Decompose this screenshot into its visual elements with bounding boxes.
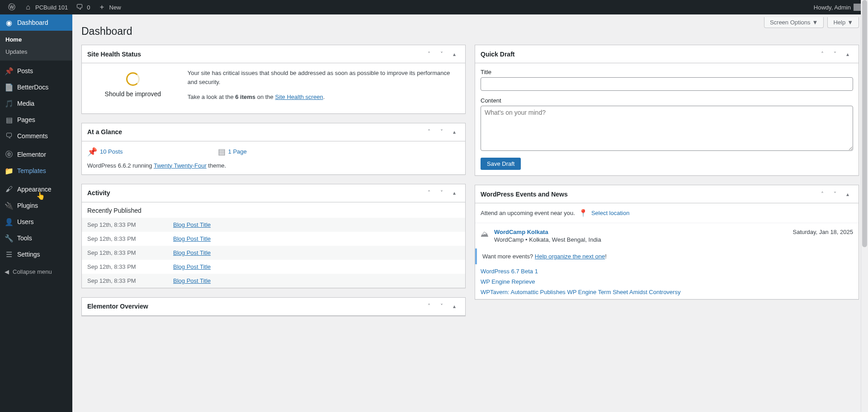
docs-icon: 📄: [5, 83, 14, 92]
glance-posts-link[interactable]: 10 Posts: [100, 148, 123, 155]
menu-settings[interactable]: ☰Settings: [0, 246, 72, 262]
activity-post-link[interactable]: Blog Post Title: [173, 277, 211, 284]
elementor-overview-title: Elementor Overview: [87, 303, 148, 310]
activity-section: Recently Published: [82, 207, 465, 218]
move-up-icon[interactable]: ˄: [424, 126, 434, 137]
submenu-updates[interactable]: Updates: [0, 46, 72, 58]
toggle-icon[interactable]: ▴: [449, 126, 460, 137]
admin-bar: ⓦ ⌂PCBuild 101 🗨0 +New Howdy, Admin: [0, 0, 868, 14]
plus-icon: +: [98, 3, 107, 12]
collapse-icon: ◀: [5, 268, 9, 275]
help-button[interactable]: Help▼: [827, 17, 859, 28]
qd-content-textarea[interactable]: [481, 106, 853, 151]
comment-icon: 🗨: [5, 131, 14, 140]
move-up-icon[interactable]: ˄: [817, 189, 828, 200]
comments-link[interactable]: 🗨0: [71, 0, 94, 14]
glance-pages-link[interactable]: 1 Page: [228, 148, 247, 155]
menu-appearance[interactable]: 🖌Appearance: [0, 181, 72, 197]
menu-betterdocs[interactable]: 📄BetterDocs: [0, 79, 72, 95]
move-up-icon[interactable]: ˄: [424, 49, 434, 60]
site-link[interactable]: ⌂PCBuild 101: [20, 0, 71, 14]
folder-icon: 📁: [5, 166, 14, 175]
health-status-label: Should be improved: [87, 90, 179, 98]
move-down-icon[interactable]: ˅: [830, 49, 840, 60]
activity-date: Sep 12th, 8:33 PM: [87, 249, 173, 256]
page-icon: ▤: [5, 115, 14, 124]
news-link[interactable]: WordPress 6.7 Beta 1: [481, 268, 538, 275]
submenu-home[interactable]: Home: [0, 33, 72, 46]
activity-post-link[interactable]: Blog Post Title: [173, 249, 211, 256]
activity-date: Sep 12th, 8:33 PM: [87, 221, 173, 228]
toggle-icon[interactable]: ▴: [449, 301, 460, 312]
activity-row: Sep 12th, 8:33 PMBlog Post Title: [82, 218, 465, 232]
event-name-link[interactable]: WordCamp Kolkata: [494, 229, 548, 235]
move-up-icon[interactable]: ˄: [424, 301, 434, 312]
menu-comments[interactable]: 🗨Comments: [0, 128, 72, 144]
activity-post-link[interactable]: Blog Post Title: [173, 235, 211, 242]
screen-options-button[interactable]: Screen Options▼: [764, 17, 824, 28]
activity-date: Sep 12th, 8:33 PM: [87, 263, 173, 270]
activity-row: Sep 12th, 8:33 PMBlog Post Title: [82, 232, 465, 246]
wrench-icon: 🔧: [5, 234, 14, 243]
attend-text: Attend an upcoming event near you.: [481, 210, 575, 216]
home-icon: ⌂: [24, 3, 33, 12]
new-label: New: [109, 4, 121, 11]
activity-row: Sep 12th, 8:33 PMBlog Post Title: [82, 246, 465, 260]
news-link[interactable]: WPTavern: Automattic Publishes WP Engine…: [481, 289, 680, 295]
move-down-icon[interactable]: ˅: [830, 189, 840, 200]
menu-media[interactable]: 🎵Media: [0, 95, 72, 112]
glance-title: At a Glance: [87, 128, 122, 136]
activity-post-link[interactable]: Blog Post Title: [173, 221, 211, 228]
save-draft-button[interactable]: Save Draft: [481, 158, 521, 170]
wordpress-logo[interactable]: ⓦ: [4, 0, 20, 14]
qd-content-label: Content: [481, 97, 853, 104]
pin-icon: 📌: [5, 66, 14, 75]
menu-templates[interactable]: 📁Templates: [0, 163, 72, 179]
move-up-icon[interactable]: ˄: [817, 49, 828, 60]
site-health-link[interactable]: Site Health screen: [275, 94, 323, 100]
move-up-icon[interactable]: ˄: [424, 187, 434, 198]
collapse-menu[interactable]: ◀Collapse menu: [0, 265, 72, 279]
menu-posts[interactable]: 📌Posts: [0, 63, 72, 79]
events-box: WordPress Events and News ˄ ˅ ▴ Attend a…: [475, 185, 859, 300]
glance-footer: WordPress 6.6.2 running Twenty Twenty-Fo…: [87, 162, 460, 169]
toggle-icon[interactable]: ▴: [449, 187, 460, 198]
event-location: WordCamp • Kolkata, West Bengal, India: [494, 236, 601, 243]
toggle-icon[interactable]: ▴: [842, 49, 853, 60]
toggle-icon[interactable]: ▴: [842, 189, 853, 200]
activity-post-link[interactable]: Blog Post Title: [173, 263, 211, 270]
wordpress-icon: ⓦ: [7, 3, 16, 12]
theme-link[interactable]: Twenty Twenty-Four: [154, 162, 207, 169]
quick-draft-box: Quick Draft ˄ ˅ ▴ Title Content Save Dra…: [475, 45, 859, 176]
activity-box: Activity ˄ ˅ ▴ Recently Published Sep 12…: [81, 184, 466, 288]
menu-tools[interactable]: 🔧Tools: [0, 230, 72, 246]
menu-users[interactable]: 👤Users: [0, 214, 72, 230]
move-down-icon[interactable]: ˅: [436, 301, 447, 312]
move-down-icon[interactable]: ˅: [436, 126, 447, 137]
menu-dashboard[interactable]: ◉Dashboard: [0, 14, 72, 31]
event-date: Saturday, Jan 18, 2025: [793, 229, 853, 243]
page-title: Dashboard: [72, 14, 868, 45]
scrollbar[interactable]: [861, 0, 868, 412]
help-organize-link[interactable]: Help organize the next one: [535, 253, 605, 260]
new-link[interactable]: +New: [94, 0, 125, 14]
qd-title-input[interactable]: [481, 77, 853, 91]
qd-title-label: Title: [481, 69, 853, 75]
move-down-icon[interactable]: ˅: [436, 187, 447, 198]
howdy-text: Howdy, Admin: [814, 4, 851, 11]
select-location-link[interactable]: Select location: [591, 210, 630, 216]
activity-row: Sep 12th, 8:33 PMBlog Post Title: [82, 260, 465, 274]
site-health-box: Site Health Status ˄ ˅ ▴ Should be impro…: [81, 45, 466, 114]
scrollbar-thumb[interactable]: [862, 0, 867, 247]
menu-pages[interactable]: ▤Pages: [0, 112, 72, 128]
activity-row: Sep 12th, 8:33 PMBlog Post Title: [82, 274, 465, 288]
events-title: WordPress Events and News: [481, 191, 568, 198]
menu-plugins[interactable]: 🔌Plugins: [0, 197, 72, 214]
news-link[interactable]: WP Engine Reprieve: [481, 278, 535, 285]
menu-elementor[interactable]: ⓔElementor: [0, 146, 72, 163]
health-link-line: Take a look at the 6 items on the Site H…: [188, 93, 460, 102]
howdy-link[interactable]: Howdy, Admin: [810, 0, 864, 14]
avatar-icon: [854, 4, 861, 11]
toggle-icon[interactable]: ▴: [449, 49, 460, 60]
move-down-icon[interactable]: ˅: [436, 49, 447, 60]
